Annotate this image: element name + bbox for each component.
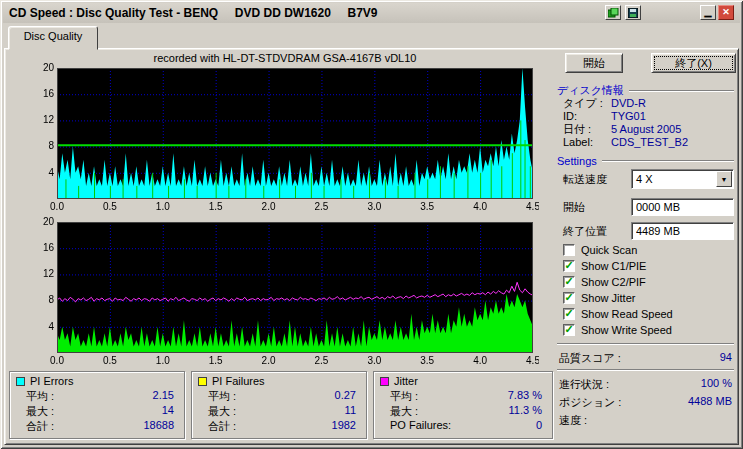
checkbox-box[interactable]: ✓ (563, 324, 575, 336)
stat-value: 11 (345, 404, 356, 418)
stat-label: 平均 : (208, 389, 236, 403)
stat-value: 18688 (143, 419, 174, 433)
checkbox-label: Quick Scan (581, 244, 637, 256)
pi-failures-panel: PI Failures平均 :0.27最大 :11合計 :1982 (191, 371, 367, 439)
pages-icon (608, 8, 619, 18)
stat-row: 最大 :11 (192, 403, 366, 418)
stat-panel-title-row: Jitter (374, 374, 552, 388)
window-title: CD Speed : Disc Quality Test - BENQ DVD … (3, 6, 378, 20)
right-panel: 開始 終了(X) ディスク情報 タイプ :DVD-RID:TYG01日付 :5 … (555, 51, 736, 443)
end-position-input[interactable] (631, 222, 734, 240)
divider (557, 369, 734, 371)
titlebar[interactable]: CD Speed : Disc Quality Test - BENQ DVD … (3, 3, 740, 23)
checkbox-box[interactable] (563, 244, 575, 256)
chevron-down-icon[interactable]: ▼ (716, 171, 732, 187)
transfer-speed-label: 転送速度 (563, 172, 629, 187)
stat-row: PO Failures:0 (374, 418, 552, 433)
checkbox-show-jitter[interactable]: ✓Show Jitter (563, 291, 736, 304)
minimize-button[interactable]: ▁ (700, 5, 716, 20)
end-position-label: 終了位置 (563, 224, 629, 239)
stat-label: 平均 : (26, 389, 54, 403)
checkbox-show-write-speed[interactable]: ✓Show Write Speed (563, 323, 736, 336)
stat-value: 2.15 (153, 389, 174, 403)
disc-info-row: Label:CDS_TEST_B2 (555, 136, 736, 149)
capture-icon[interactable] (605, 5, 621, 20)
legend-color-icon (380, 377, 389, 386)
divider (557, 343, 734, 345)
checkbox-box[interactable]: ✓ (563, 292, 575, 304)
checkbox-box[interactable]: ✓ (563, 308, 575, 320)
disc-info-row: 日付 :5 August 2005 (555, 123, 736, 136)
disc-info-row: ID:TYG01 (555, 110, 736, 123)
start-position-row: 開始 (555, 197, 736, 217)
tab-label: Disc Quality (24, 30, 83, 42)
speed-combobox[interactable]: 4 X ▼ (631, 169, 734, 189)
stat-label: PO Failures: (390, 419, 451, 433)
tab-disc-quality[interactable]: Disc Quality (8, 26, 98, 50)
pi-errors-panel: PI Errors平均 :2.15最大 :14合計 :18688 (9, 371, 185, 439)
stat-value: 1982 (332, 419, 356, 433)
stat-label: 合計 : (208, 419, 236, 433)
exit-button[interactable]: 終了(X) (651, 53, 736, 73)
close-button[interactable]: ✕ (718, 5, 734, 20)
checkbox-show-read-speed[interactable]: ✓Show Read Speed (563, 307, 736, 320)
stat-value: 7.83 % (508, 389, 542, 403)
disc-info-label: Label: (563, 136, 611, 149)
settings-title: Settings (557, 155, 597, 167)
disc-info-value: TYG01 (611, 110, 646, 123)
stat-row: 合計 :18688 (10, 418, 184, 433)
stat-label: 最大 : (26, 404, 54, 418)
stat-label: 平均 : (390, 389, 418, 403)
checkbox-label: Show Jitter (581, 292, 635, 304)
disc-info-section: ディスク情報 (557, 83, 734, 98)
stat-value: 0 (536, 419, 542, 433)
section-divider (629, 90, 734, 92)
checkbox-quick-scan[interactable]: Quick Scan (563, 243, 736, 256)
stat-value: 14 (162, 404, 174, 418)
stat-row: 平均 :7.83 % (374, 388, 552, 403)
checkbox-label: Show Write Speed (581, 324, 672, 336)
disc-quality-page: recorded with HL-DT-STDVDRAM GSA-4167B v… (4, 48, 739, 445)
checkbox-box[interactable]: ✓ (563, 260, 575, 272)
stat-value: 0.27 (335, 389, 356, 403)
start-button[interactable]: 開始 (565, 53, 623, 73)
position-row: ポジション : 4488 MB (559, 395, 732, 409)
legend-color-icon (16, 377, 25, 386)
save-icon[interactable] (625, 5, 641, 20)
position-value: 4488 MB (688, 395, 732, 409)
transfer-speed-row: 転送速度 4 X ▼ (555, 169, 736, 189)
disc-info-value: CDS_TEST_B2 (611, 136, 688, 149)
disc-info-label: タイプ : (563, 97, 611, 110)
stat-row: 最大 :14 (10, 403, 184, 418)
stat-row: 最大 :11.3 % (374, 403, 552, 418)
start-position-label: 開始 (563, 200, 629, 215)
jitter-panel: Jitter平均 :7.83 %最大 :11.3 %PO Failures:0 (373, 371, 553, 439)
checkbox-show-c1-pie[interactable]: ✓Show C1/PIE (563, 259, 736, 272)
checkbox-list: Quick Scan✓Show C1/PIE✓Show C2/PIF✓Show … (563, 243, 736, 339)
stat-row: 平均 :2.15 (10, 388, 184, 403)
section-divider (602, 160, 734, 162)
pi-errors-chart (31, 63, 539, 213)
stat-label: 最大 : (208, 404, 236, 418)
disk-icon (628, 8, 638, 18)
stat-panel-title-row: PI Failures (192, 374, 366, 388)
disc-info-rows: タイプ :DVD-RID:TYG01日付 :5 August 2005Label… (555, 97, 736, 149)
disc-info-row: タイプ :DVD-R (555, 97, 736, 110)
progress-value: 100 % (701, 377, 732, 391)
stat-label: 合計 : (26, 419, 54, 433)
position-label: ポジション : (559, 395, 621, 409)
checkbox-show-c2-pif[interactable]: ✓Show C2/PIF (563, 275, 736, 288)
settings-section: Settings (557, 155, 734, 167)
end-position-row: 終了位置 (555, 221, 736, 241)
progress-label: 進行状況 : (559, 377, 609, 391)
stat-panel-title-row: PI Errors (10, 374, 184, 388)
start-position-input[interactable] (631, 198, 734, 216)
minimize-icon: ▁ (705, 8, 712, 17)
disc-info-title: ディスク情報 (557, 83, 624, 98)
stat-row: 平均 :0.27 (192, 388, 366, 403)
legend-color-icon (198, 377, 207, 386)
stat-panel-title: PI Errors (30, 375, 73, 387)
quality-score-value: 94 (720, 351, 732, 365)
checkbox-box[interactable]: ✓ (563, 276, 575, 288)
close-icon: ✕ (722, 8, 730, 17)
